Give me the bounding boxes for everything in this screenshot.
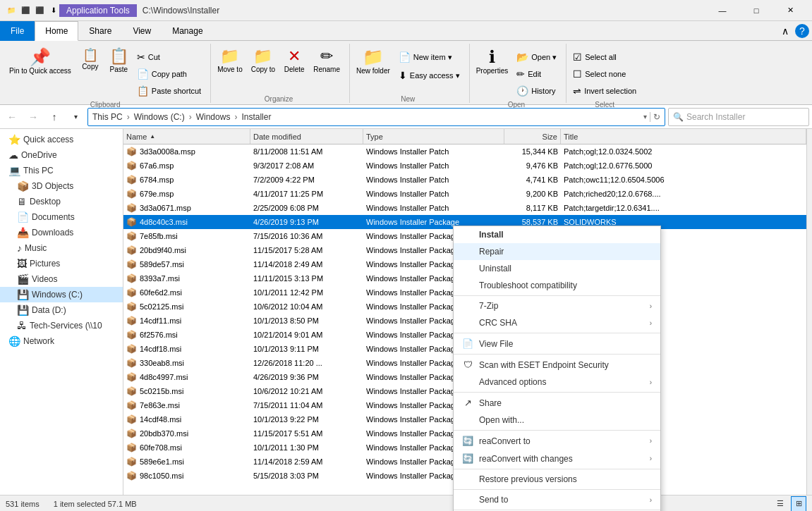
sidebar-item-documents[interactable]: 📄 Documents: [0, 209, 123, 225]
select-all-button[interactable]: ☑ Select all: [569, 49, 640, 65]
file-name: 📦 4d8c40c3.msi: [123, 217, 250, 227]
sidebar-item-network[interactable]: 🌐 Network: [0, 333, 123, 349]
breadcrumb-this-pc[interactable]: This PC: [92, 112, 123, 122]
context-menu-item-install[interactable]: Install: [454, 226, 660, 243]
breadcrumb-installer[interactable]: Installer: [241, 112, 271, 122]
table-row[interactable]: 📦 67a6.msp 9/3/2017 2:08 AM Windows Inst…: [123, 159, 806, 173]
new-buttons: 📁 New folder 📄 New item ▾ ⬇ Easy access …: [353, 44, 463, 93]
sidebar-item-videos[interactable]: 🎬 Videos: [0, 271, 123, 287]
col-header-type[interactable]: Type: [363, 129, 504, 144]
paste-button[interactable]: 📋 Paste: [106, 47, 132, 75]
ribbon-collapse-button[interactable]: ∧: [778, 24, 792, 38]
col-header-name[interactable]: Name ▲: [123, 129, 250, 144]
tab-file[interactable]: File: [0, 21, 35, 41]
sidebar-item-pictures[interactable]: 🖼 Pictures: [0, 256, 123, 271]
col-header-date[interactable]: Date modified: [250, 129, 363, 144]
context-menu-item-scan[interactable]: 🛡 Scan with ESET Endpoint Security: [454, 356, 660, 374]
context-menu-item-7zip[interactable]: 7-Zip ›: [454, 297, 660, 314]
ribbon-group-organize: 📁 Move to 📁 Copy to ✕ Delete ✏ Rename Or…: [211, 44, 350, 103]
context-menu-item-advanced[interactable]: Advanced options ›: [454, 374, 660, 390]
maximize-button[interactable]: □: [740, 0, 772, 21]
address-bar[interactable]: This PC › Windows (C:) › Windows › Insta…: [87, 108, 665, 126]
open-button[interactable]: 📂 Open ▾: [513, 49, 560, 65]
up-button[interactable]: ↑: [45, 108, 63, 126]
sidebar-item-music[interactable]: ♪ Music: [0, 240, 123, 256]
file-title: Patch;targetdir;12.0.6341....: [561, 204, 806, 212]
context-menu-item-sendto[interactable]: Send to ›: [454, 491, 660, 508]
sidebar-item-data-d[interactable]: 💾 Data (D:): [0, 302, 123, 318]
col-header-size[interactable]: Size: [504, 129, 561, 144]
context-menu-item-openwith[interactable]: Open with...: [454, 412, 660, 429]
copy-button[interactable]: 📋 Copy: [76, 47, 104, 73]
table-row[interactable]: 📦 679e.msp 4/11/2017 11:25 PM Windows In…: [123, 187, 806, 201]
context-menu-item-reaconvertwith[interactable]: 🔄 reaConvert with changes ›: [454, 450, 660, 467]
file-type: Windows Installer Patch: [363, 190, 504, 198]
tab-share[interactable]: Share: [78, 21, 122, 41]
move-to-button[interactable]: 📁 Move to: [214, 47, 246, 75]
table-row[interactable]: 📦 3d3a0671.msp 2/25/2009 6:08 PM Windows…: [123, 201, 806, 215]
edit-label: Edit: [528, 70, 541, 78]
table-row[interactable]: 📦 6784.msp 7/2/2009 4:22 PM Windows Inst…: [123, 173, 806, 187]
sidebar-item-desktop[interactable]: 🖥 Desktop: [0, 194, 123, 209]
recent-locations-button[interactable]: ▾: [66, 108, 85, 126]
file-date: 11/15/2017 5:51 AM: [250, 429, 363, 438]
sidebar-scrollbar[interactable]: [806, 129, 812, 495]
edit-button[interactable]: ✏ Edit: [513, 66, 560, 82]
select-none-button[interactable]: ☐ Select none: [569, 66, 640, 82]
close-button[interactable]: ✕: [774, 0, 806, 21]
tab-home[interactable]: Home: [35, 21, 78, 41]
help-button[interactable]: ?: [795, 24, 809, 38]
context-menu-item-crcsha[interactable]: CRC SHA ›: [454, 314, 660, 331]
sidebar-item-3d-objects[interactable]: 📦 3D Objects: [0, 178, 123, 194]
address-dropdown[interactable]: ▾: [643, 113, 647, 121]
tab-manage[interactable]: Manage: [162, 21, 213, 41]
context-menu-item-repair[interactable]: Repair: [454, 243, 660, 260]
paste-shortcut-button[interactable]: 📋 Paste shortcut: [133, 83, 205, 99]
delete-button[interactable]: ✕ Delete: [280, 47, 308, 75]
sidebar-item-downloads[interactable]: 📥 Downloads: [0, 225, 123, 240]
context-menu-item-reaconvertto[interactable]: 🔄 reaConvert to ›: [454, 432, 660, 450]
sidebar-item-quick-access[interactable]: ⭐ Quick access: [0, 132, 123, 147]
copy-to-button[interactable]: 📁 Copy to: [248, 47, 279, 75]
sidebar-item-windows-c[interactable]: 💾 Windows (C:): [0, 287, 123, 302]
tab-view[interactable]: View: [122, 21, 162, 41]
list-view-button[interactable]: ⊞: [791, 496, 806, 512]
pictures-icon: 🖼: [17, 258, 27, 269]
copy-path-button[interactable]: 📄 Copy path: [133, 66, 205, 82]
context-menu-item-share[interactable]: ↗ Share: [454, 394, 660, 412]
delete-icon: ✕: [288, 49, 301, 64]
forward-button[interactable]: →: [24, 108, 42, 126]
file-name: 📦 3d3a0671.msp: [123, 203, 250, 213]
rename-button[interactable]: ✏ Rename: [310, 47, 344, 75]
invert-selection-button[interactable]: ⇌ Invert selection: [569, 83, 640, 99]
file-name: 📦 7e863e.msi: [123, 400, 250, 410]
sidebar-item-onedrive[interactable]: ☁ OneDrive: [0, 147, 123, 163]
easy-access-button[interactable]: ⬇ Easy access ▾: [395, 68, 463, 83]
context-menu-item-troubleshoot[interactable]: Troubleshoot compatibility: [454, 277, 660, 294]
minimize-button[interactable]: —: [706, 0, 739, 21]
details-view-button[interactable]: ☰: [772, 496, 788, 512]
cut-button[interactable]: ✂ Cut: [133, 49, 205, 65]
context-menu: Install Repair Uninstall Troubleshoot co…: [453, 226, 661, 511]
context-menu-item-viewfile[interactable]: 📄 View File: [454, 335, 660, 352]
context-menu-item-uninstall[interactable]: Uninstall: [454, 260, 660, 277]
breadcrumb-windows[interactable]: Windows: [196, 112, 231, 122]
back-button[interactable]: ←: [3, 108, 21, 126]
history-button[interactable]: 🕐 History: [513, 83, 560, 99]
clipboard-buttons: 📌 Pin to Quick access 📋 Copy 📋 Paste: [6, 44, 205, 99]
properties-button[interactable]: ℹ Properties: [473, 47, 512, 77]
col-header-title[interactable]: Title: [561, 129, 806, 144]
sidebar-item-tech-services[interactable]: 🖧 Tech-Services (\\10: [0, 318, 123, 333]
history-label: History: [531, 87, 555, 95]
copy-to-label: Copy to: [251, 66, 275, 73]
ctx-label-openwith: Open with...: [479, 415, 524, 425]
search-bar[interactable]: 🔍 Search Installer: [668, 108, 809, 126]
pin-button[interactable]: 📌 Pin to Quick access: [6, 47, 75, 77]
breadcrumb-windows-c[interactable]: Windows (C:): [134, 112, 185, 122]
refresh-button[interactable]: ↻: [650, 112, 660, 122]
table-row[interactable]: 📦 3d3a0008a.msp 8/11/2008 11:51 AM Windo…: [123, 144, 806, 159]
new-item-button[interactable]: 📄 New item ▾: [395, 49, 463, 65]
sidebar-item-this-pc[interactable]: 💻 This PC: [0, 163, 123, 178]
context-menu-item-restore[interactable]: Restore previous versions: [454, 471, 660, 488]
new-folder-button[interactable]: 📁 New folder: [353, 47, 394, 77]
